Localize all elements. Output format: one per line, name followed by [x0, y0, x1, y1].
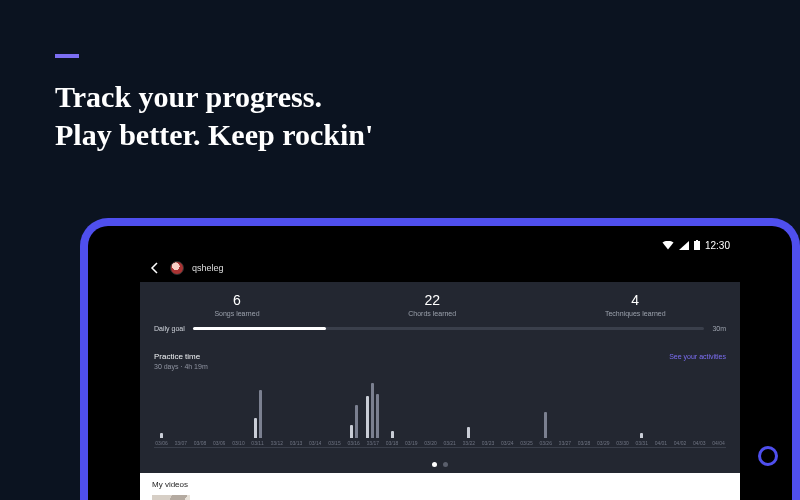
chart-day: 03/23 [480, 372, 495, 447]
practice-title: Practice time [154, 352, 200, 361]
practice-panel: Practice time See your activities 30 day… [140, 344, 740, 456]
chart-x-label: 03/17 [367, 440, 380, 447]
chart-x-label: 03/21 [443, 440, 456, 447]
chart-x-label: 03/06 [155, 440, 168, 447]
stat-chords: 22 Chords learned [408, 292, 456, 317]
headline-line-1: Track your progress. [55, 78, 373, 116]
chart-x-label: 03/23 [482, 440, 495, 447]
stat-techniques: 4 Techniques learned [605, 292, 666, 317]
chart-day: 04/03 [692, 372, 707, 447]
tablet-frame: 12:30 qsheleg 6 Songs learned 22 Chords … [80, 218, 800, 500]
video-list-item[interactable]: Smells Like Teen Spirit [152, 495, 728, 500]
chart-x-label: 04/02 [674, 440, 687, 447]
back-button[interactable] [148, 261, 162, 275]
chart-x-label: 03/26 [539, 440, 552, 447]
chart-x-label: 03/16 [347, 440, 360, 447]
chart-x-label: 03/15 [328, 440, 341, 447]
chart-day: 03/12 [269, 372, 284, 447]
chart-day: 03/17 [365, 372, 380, 447]
chart-x-label: 03/09 [213, 440, 226, 447]
status-time: 12:30 [705, 240, 730, 251]
stats-panel: 6 Songs learned 22 Chords learned 4 Tech… [140, 282, 740, 344]
chart-day: 04/02 [672, 372, 687, 447]
chart-x-label: 04/04 [712, 440, 725, 447]
daily-goal-fill [193, 327, 326, 330]
stat-label: Techniques learned [605, 310, 666, 317]
chart-day: 03/24 [500, 372, 515, 447]
daily-goal-row: Daily goal 30m [140, 325, 740, 332]
chart-day: 03/16 [346, 372, 361, 447]
chart-x-label: 03/22 [463, 440, 476, 447]
chart-bar [640, 433, 643, 439]
chart-x-label: 03/08 [194, 440, 207, 447]
chart-x-label: 03/31 [635, 440, 648, 447]
chart-day: 03/28 [576, 372, 591, 447]
chart-x-label: 03/30 [616, 440, 629, 447]
profile-scroll-area[interactable]: 6 Songs learned 22 Chords learned 4 Tech… [140, 282, 740, 500]
chart-day: 03/21 [442, 372, 457, 447]
chart-day: 03/22 [461, 372, 476, 447]
chart-bar [467, 427, 470, 438]
stat-value: 4 [605, 292, 666, 308]
headline-line-2: Play better. Keep rockin' [55, 116, 373, 154]
chart-bar [350, 425, 353, 438]
chart-bar [355, 405, 358, 438]
chart-bar [391, 431, 394, 438]
chart-bar [366, 396, 369, 438]
chart-day: 03/25 [519, 372, 534, 447]
chart-day: 03/29 [596, 372, 611, 447]
daily-goal-label: Daily goal [154, 325, 185, 332]
pager-dot[interactable] [432, 462, 437, 467]
chart-day: 03/31 [634, 372, 649, 447]
stat-value: 6 [214, 292, 259, 308]
practice-subtitle: 30 days · 4h 19m [154, 363, 726, 370]
user-avatar[interactable] [170, 261, 184, 275]
chart-bar [259, 390, 262, 438]
chart-x-label: 04/01 [655, 440, 668, 447]
stat-label: Songs learned [214, 310, 259, 317]
chart-day: 04/04 [711, 372, 726, 447]
stat-songs: 6 Songs learned [214, 292, 259, 317]
chart-x-label: 03/10 [232, 440, 245, 447]
stat-value: 22 [408, 292, 456, 308]
accent-bar [55, 54, 79, 58]
chart-bar [544, 412, 547, 438]
cell-signal-icon [679, 241, 689, 250]
my-videos-heading: My videos [152, 480, 728, 489]
chart-day: 03/27 [557, 372, 572, 447]
stat-label: Chords learned [408, 310, 456, 317]
chart-x-label: 03/29 [597, 440, 610, 447]
chart-bar [254, 418, 257, 438]
chart-x-label: 03/13 [290, 440, 303, 447]
pager-dot[interactable] [443, 462, 448, 467]
chart-x-label: 03/07 [175, 440, 188, 447]
practice-chart: 03/0603/0703/0803/0903/1003/1103/1203/13… [154, 376, 726, 448]
wifi-icon [662, 241, 674, 250]
chart-bar [376, 394, 379, 438]
app-header: qsheleg [140, 254, 740, 282]
chart-x-label: 03/28 [578, 440, 591, 447]
tablet-home-button[interactable] [758, 446, 778, 466]
chart-day: 03/20 [423, 372, 438, 447]
username-label: qsheleg [192, 263, 224, 273]
chart-day: 03/14 [308, 372, 323, 447]
my-videos-panel: My videos Smells Like Teen Spirit [140, 473, 740, 500]
chart-day: 04/01 [653, 372, 668, 447]
chart-day: 03/10 [231, 372, 246, 447]
chart-x-label: 03/20 [424, 440, 437, 447]
daily-goal-value: 30m [712, 325, 726, 332]
chart-x-label: 03/27 [559, 440, 572, 447]
chart-pager[interactable] [140, 456, 740, 473]
chart-bar [371, 383, 374, 438]
see-activities-link[interactable]: See your activities [669, 353, 726, 360]
android-status-bar: 12:30 [140, 236, 740, 254]
chart-bar [160, 433, 163, 439]
chart-day: 03/09 [212, 372, 227, 447]
chart-day: 03/13 [288, 372, 303, 447]
chart-x-label: 03/12 [271, 440, 284, 447]
chart-day: 03/26 [538, 372, 553, 447]
chart-x-label: 03/24 [501, 440, 514, 447]
chart-day: 03/19 [404, 372, 419, 447]
chart-day: 03/08 [192, 372, 207, 447]
svg-rect-0 [694, 241, 700, 250]
